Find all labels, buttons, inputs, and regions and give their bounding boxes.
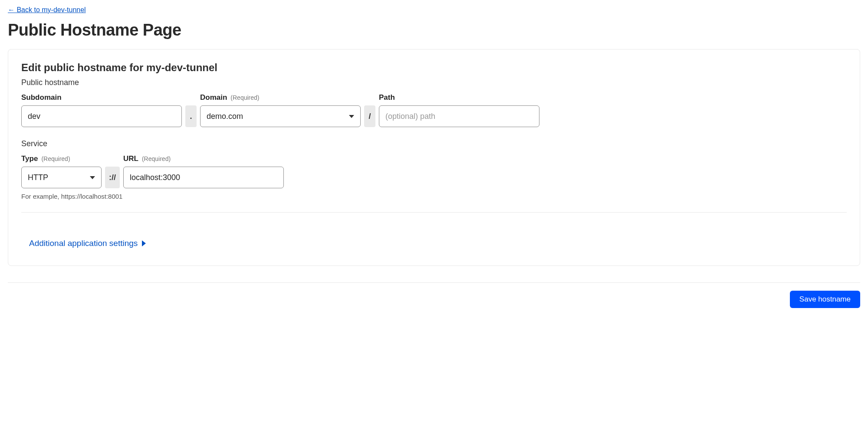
path-input[interactable] [379,105,539,127]
url-label-text: URL [123,154,138,163]
url-label: URL (Required) [123,154,284,163]
public-hostname-section-label: Public hostname [21,78,847,87]
page-title: Public Hostname Page [8,21,860,39]
service-section-label: Service [21,139,847,148]
subdomain-group: Subdomain [21,93,182,127]
domain-label: Domain (Required) [200,93,361,102]
hostname-card: Edit public hostname for my-dev-tunnel P… [8,49,860,266]
path-label: Path [379,93,539,102]
type-select[interactable]: HTTP [21,167,102,188]
additional-settings-label: Additional application settings [29,239,138,248]
slash-separator: / [364,105,375,127]
service-helper-text: For example, https://localhost:8001 [21,193,847,200]
url-input[interactable] [123,167,284,188]
url-required: (Required) [142,155,171,162]
type-value: HTTP [28,173,48,182]
protocol-separator: :// [105,167,120,188]
subdomain-label: Subdomain [21,93,182,102]
type-required: (Required) [41,155,70,162]
type-label: Type (Required) [21,154,102,163]
hostname-row: Subdomain . Domain (Required) demo.com /… [21,93,847,127]
divider [21,212,847,213]
card-title: Edit public hostname for my-dev-tunnel [21,62,847,74]
domain-select[interactable]: demo.com [200,105,361,127]
back-link-text: ← Back to my-dev-tunnel [8,6,86,14]
type-label-text: Type [21,154,38,163]
subdomain-input[interactable] [21,105,182,127]
path-label-text: Path [379,93,395,102]
chevron-right-icon [142,240,146,246]
type-group: Type (Required) HTTP [21,154,102,188]
service-row: Type (Required) HTTP :// URL (Required) [21,154,847,188]
caret-down-icon [349,115,354,118]
back-link[interactable]: ← Back to my-dev-tunnel [8,6,86,14]
subdomain-label-text: Subdomain [21,93,62,102]
additional-settings-toggle[interactable]: Additional application settings [29,239,146,248]
domain-value: demo.com [207,112,243,121]
save-hostname-button[interactable]: Save hostname [790,291,860,308]
path-group: Path [379,93,539,127]
domain-label-text: Domain [200,93,227,102]
domain-group: Domain (Required) demo.com [200,93,361,127]
url-group: URL (Required) [123,154,284,188]
bottom-bar: Save hostname [8,282,860,308]
dot-separator: . [185,105,197,127]
caret-down-icon [90,176,95,179]
domain-required: (Required) [230,94,259,101]
